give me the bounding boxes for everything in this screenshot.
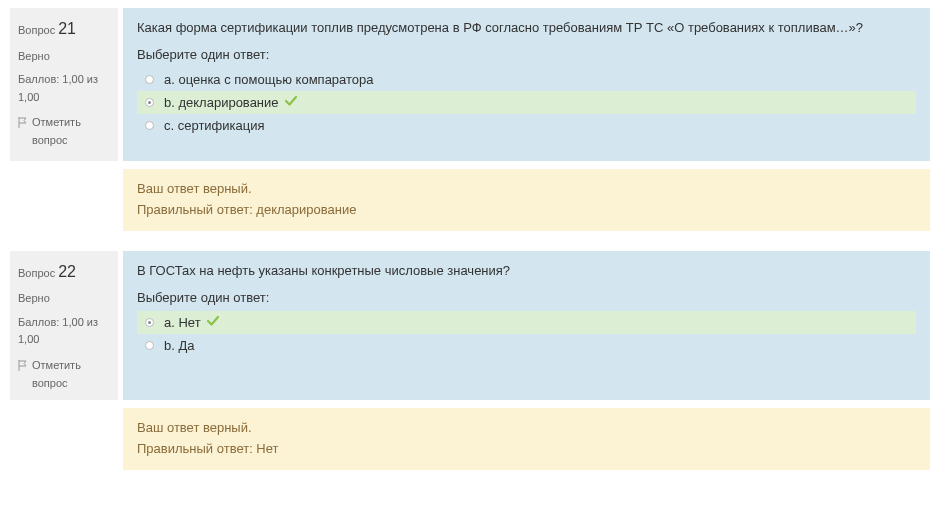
question-status: Верно	[18, 290, 110, 308]
checkmark-icon	[285, 95, 297, 110]
question-info-panel: Вопрос 21 Верно Баллов: 1,00 из 1,00 Отм…	[10, 8, 118, 161]
question-text: Какая форма сертификации топлив предусмо…	[137, 20, 916, 35]
question-label: Вопрос	[18, 24, 55, 36]
question-block: Вопрос 22 Верно Баллов: 1,00 из 1,00 Отм…	[0, 251, 940, 401]
question-status: Верно	[18, 48, 110, 66]
option-label: a. Нет	[164, 315, 201, 330]
feedback-answer-text: Правильный ответ: Нет	[137, 439, 916, 460]
flag-question-link[interactable]: Отметить вопрос	[18, 357, 110, 392]
question-content: В ГОСТах на нефть указаны конкретные чис…	[123, 251, 930, 401]
feedback-correct-text: Ваш ответ верный.	[137, 179, 916, 200]
feedback-correct-text: Ваш ответ верный.	[137, 418, 916, 439]
radio-icon	[145, 341, 154, 350]
radio-icon	[145, 75, 154, 84]
flag-icon	[18, 116, 27, 127]
option-row[interactable]: b. Да	[137, 334, 916, 357]
question-label-row: Вопрос 21	[18, 16, 110, 42]
option-row[interactable]: c. сертификация	[137, 114, 916, 137]
option-row[interactable]: a. Нет	[137, 311, 916, 334]
feedback-answer-text: Правильный ответ: декларирование	[137, 200, 916, 221]
question-number: 22	[58, 263, 76, 280]
option-label: c. сертификация	[164, 118, 265, 133]
answer-prompt: Выберите один ответ:	[137, 290, 916, 305]
flag-label: Отметить вопрос	[32, 357, 110, 392]
question-text: В ГОСТах на нефть указаны конкретные чис…	[137, 263, 916, 278]
question-info-panel: Вопрос 22 Верно Баллов: 1,00 из 1,00 Отм…	[10, 251, 118, 401]
question-score: Баллов: 1,00 из 1,00	[18, 314, 110, 349]
question-label: Вопрос	[18, 267, 55, 279]
question-score: Баллов: 1,00 из 1,00	[18, 71, 110, 106]
radio-icon	[145, 318, 154, 327]
option-label: b. Да	[164, 338, 195, 353]
option-row[interactable]: a. оценка с помощью компаратора	[137, 68, 916, 91]
flag-label: Отметить вопрос	[32, 114, 110, 149]
option-row[interactable]: b. декларирование	[137, 91, 916, 114]
question-block: Вопрос 21 Верно Баллов: 1,00 из 1,00 Отм…	[0, 8, 940, 161]
radio-icon	[145, 121, 154, 130]
feedback-block: Ваш ответ верный. Правильный ответ: декл…	[123, 169, 930, 231]
option-label: a. оценка с помощью компаратора	[164, 72, 374, 87]
feedback-block: Ваш ответ верный. Правильный ответ: Нет	[123, 408, 930, 470]
checkmark-icon	[207, 315, 219, 330]
flag-icon	[18, 359, 27, 370]
flag-question-link[interactable]: Отметить вопрос	[18, 114, 110, 149]
options-list: a. оценка с помощью компаратора b. декла…	[137, 68, 916, 137]
answer-prompt: Выберите один ответ:	[137, 47, 916, 62]
question-label-row: Вопрос 22	[18, 259, 110, 285]
question-content: Какая форма сертификации топлив предусмо…	[123, 8, 930, 161]
option-label: b. декларирование	[164, 95, 279, 110]
radio-icon	[145, 98, 154, 107]
options-list: a. Нет b. Да	[137, 311, 916, 357]
question-number: 21	[58, 20, 76, 37]
